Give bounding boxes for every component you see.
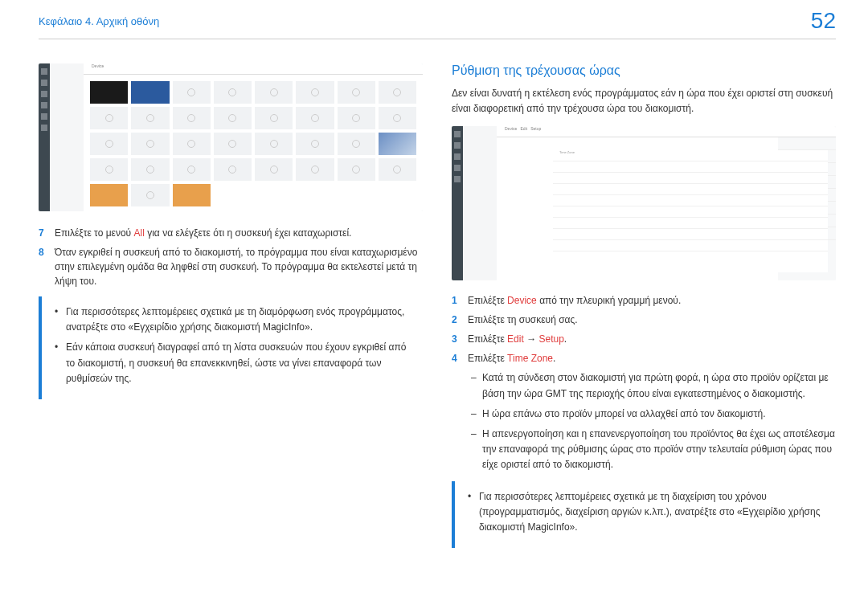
step-3: 3 Επιλέξτε Edit → Setup.: [452, 332, 836, 346]
intro-text: Δεν είναι δυνατή η εκτέλεση ενός προγράμ…: [452, 86, 836, 116]
highlight-device: Device: [507, 295, 537, 306]
sub-bullet: Η απενεργοποίηση και η επανενεργοποίηση …: [471, 427, 836, 473]
step-number: 7: [39, 226, 48, 240]
step-4: 4 Επιλέξτε Time Zone.: [452, 351, 836, 366]
page-number: 52: [811, 8, 836, 34]
note-item: Για περισσότερες λεπτομέρειες σχετικά με…: [53, 304, 415, 335]
step-2: 2 Επιλέξτε τη συσκευή σας.: [452, 313, 836, 327]
step-number: 8: [39, 245, 48, 288]
arrow-icon: →: [524, 333, 539, 345]
section-title-time: Ρύθμιση της τρέχουσας ώρας: [452, 63, 836, 78]
screenshot-device-grid: Device: [39, 63, 423, 211]
highlight-all: All: [134, 227, 145, 239]
steps-list-right: 1 Επιλέξτε Device από την πλευρική γραμμ…: [452, 293, 836, 366]
note-box-right: Για περισσότερες λεπτομέρειες σχετικά με…: [452, 481, 836, 549]
breadcrumb: Κεφάλαιο 4. Αρχική οθόνη: [39, 15, 159, 27]
step-7: 7 Επιλέξτε το μενού All για να ελέγξετε …: [39, 226, 423, 240]
screenshot-device-setup: Device Edit Setup Time Zone: [452, 126, 836, 280]
note-item: Εάν κάποια συσκευή διαγραφεί από τη λίστ…: [53, 340, 415, 386]
sub-bullet: Η ώρα επάνω στο προϊόν μπορεί να αλλαχθε…: [471, 407, 836, 422]
sub-bullet-list: Κατά τη σύνδεση στον διακομιστή για πρώτ…: [452, 370, 836, 472]
highlight-setup: Setup: [538, 333, 563, 345]
highlight-timezone: Time Zone: [507, 353, 553, 364]
steps-list-left: 7 Επιλέξτε το μενού All για να ελέγξετε …: [39, 226, 423, 288]
step-8: 8 Όταν εγκριθεί η συσκευή από το διακομι…: [39, 245, 423, 288]
highlight-edit: Edit: [507, 333, 524, 345]
sub-bullet: Κατά τη σύνδεση στον διακομιστή για πρώτ…: [471, 370, 836, 401]
note-item: Για περισσότερες λεπτομέρειες σχετικά με…: [466, 489, 828, 536]
note-box-left: Για περισσότερες λεπτομέρειες σχετικά με…: [39, 296, 423, 399]
step-1: 1 Επιλέξτε Device από την πλευρική γραμμ…: [452, 293, 836, 308]
